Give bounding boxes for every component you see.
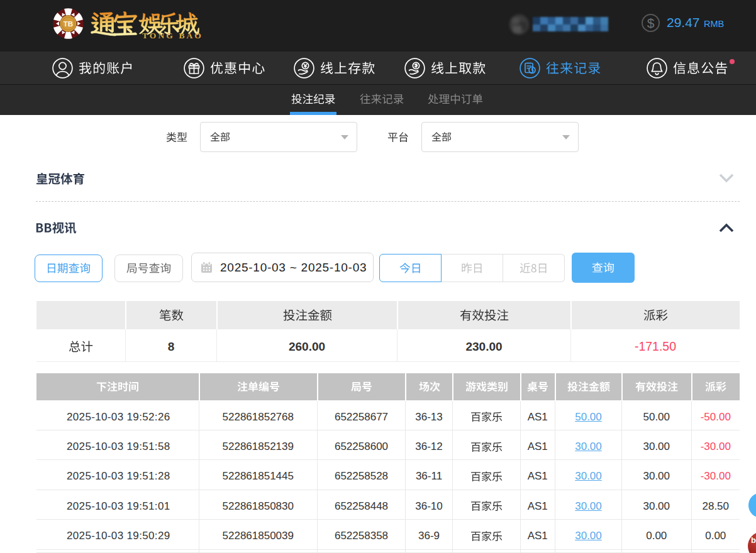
svg-text:TONG BAO: TONG BAO [142, 31, 203, 40]
svg-text:b: b [751, 535, 756, 545]
svg-text:TB: TB [64, 20, 73, 28]
